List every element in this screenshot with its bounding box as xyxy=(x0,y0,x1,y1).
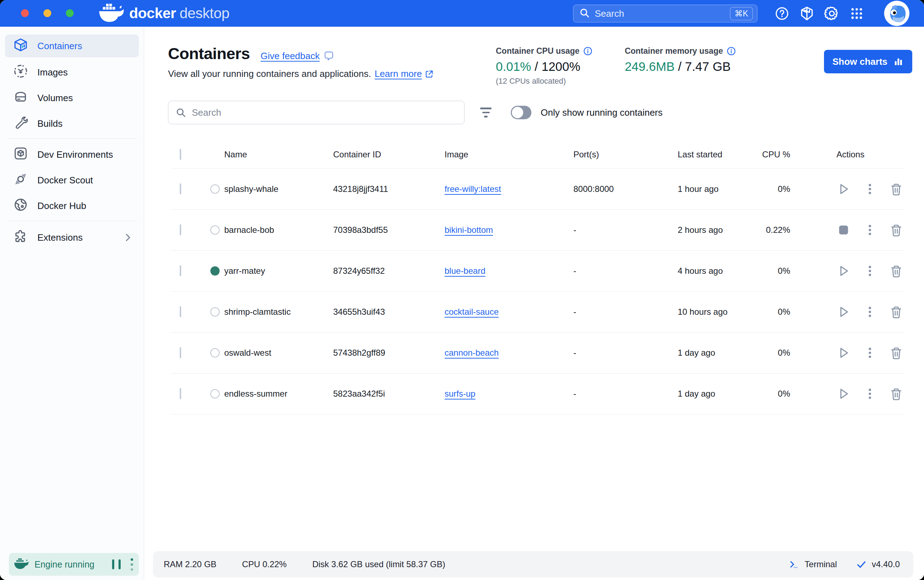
terminal-icon xyxy=(789,559,800,570)
container-name: barnacle-bob xyxy=(224,225,274,235)
image-link[interactable]: bikini-bottom xyxy=(445,225,493,235)
settings-gear-icon[interactable] xyxy=(819,6,844,21)
image-link[interactable]: free-willy:latest xyxy=(445,184,501,194)
delete-button[interactable] xyxy=(889,182,903,196)
image-link[interactable]: blue-beard xyxy=(445,266,485,275)
pause-icon[interactable] xyxy=(112,559,121,569)
row-checkbox[interactable] xyxy=(180,224,181,236)
column-header-name[interactable]: Name xyxy=(201,150,333,160)
kebab-menu-button[interactable] xyxy=(863,346,877,360)
column-header-last-started[interactable]: Last started xyxy=(678,150,760,160)
column-header-cpu[interactable]: CPU % xyxy=(760,150,790,160)
sidebar-item-extensions[interactable]: Extensions xyxy=(0,225,144,250)
cpu-percent: 0% xyxy=(760,184,790,194)
containers-search-input[interactable]: Search xyxy=(168,101,464,124)
global-search-placeholder: Search xyxy=(595,8,730,19)
table-row[interactable]: oswald-west57438h2gff89cannon-beach-1 da… xyxy=(171,333,904,374)
running-only-toggle[interactable] xyxy=(511,106,531,119)
terminal-button[interactable]: Terminal xyxy=(789,559,837,570)
cpu-percent: 0% xyxy=(760,348,790,358)
table-row[interactable]: shrimp-clamtastic34655h3uif43cocktail-sa… xyxy=(171,292,904,333)
learn-more-link[interactable]: Learn more xyxy=(375,68,434,79)
window-controls[interactable] xyxy=(21,9,74,17)
play-button[interactable] xyxy=(837,182,851,196)
kebab-menu-button[interactable] xyxy=(863,387,877,401)
container-ports: - xyxy=(574,266,678,276)
give-feedback-link[interactable]: Give feedback xyxy=(261,51,335,62)
last-started: 1 hour ago xyxy=(678,184,760,194)
kebab-menu-button[interactable] xyxy=(863,182,877,196)
table-row[interactable]: barnacle-bob70398a3bdf55bikini-bottom-2 … xyxy=(171,210,904,250)
kebab-icon[interactable] xyxy=(131,558,133,571)
cpu-status: CPU 0.22% xyxy=(242,559,286,569)
image-link[interactable]: cannon-beach xyxy=(445,348,499,358)
help-icon[interactable] xyxy=(769,6,794,21)
row-checkbox[interactable] xyxy=(180,265,181,276)
dev-environments-icon xyxy=(13,146,28,163)
image-link[interactable]: surfs-up xyxy=(445,389,475,399)
app-window: docker desktop Search ⌘K xyxy=(0,0,924,580)
sidebar-item-images[interactable]: Images xyxy=(0,59,144,85)
container-name: splashy-whale xyxy=(224,184,278,194)
sidebar-item-dev-environments[interactable]: Dev Environments xyxy=(0,142,144,167)
apps-grid-icon[interactable] xyxy=(844,7,869,21)
memory-usage-label: Container memory usage xyxy=(625,46,723,56)
delete-button[interactable] xyxy=(889,305,903,319)
table-row[interactable]: splashy-whale43218j8jjf3411free-willy:la… xyxy=(171,169,904,210)
last-started: 2 hours ago xyxy=(678,225,760,235)
sidebar-item-volumes[interactable]: Volumes xyxy=(0,85,144,111)
row-checkbox[interactable] xyxy=(180,347,181,358)
info-icon[interactable] xyxy=(583,46,593,56)
engine-status[interactable]: Engine running xyxy=(9,553,139,576)
status-dot-stopped xyxy=(210,185,220,194)
delete-button[interactable] xyxy=(889,264,903,278)
kebab-menu-button[interactable] xyxy=(863,305,877,319)
avatar[interactable] xyxy=(884,1,909,26)
row-checkbox[interactable] xyxy=(180,306,181,317)
delete-button[interactable] xyxy=(889,387,903,401)
logo-word-desktop: desktop xyxy=(179,5,229,22)
sidebar-item-builds[interactable]: Builds xyxy=(0,111,144,136)
column-header-image[interactable]: Image xyxy=(445,150,574,160)
show-charts-button[interactable]: Show charts xyxy=(824,50,912,73)
sidebar-item-containers[interactable]: Containers xyxy=(5,35,139,57)
kebab-menu-button[interactable] xyxy=(863,223,877,237)
whale-logo-icon xyxy=(99,3,124,24)
delete-button[interactable] xyxy=(889,346,903,360)
filter-icon[interactable] xyxy=(480,107,492,117)
docker-logo: docker desktop xyxy=(99,0,230,27)
info-icon[interactable] xyxy=(727,46,736,56)
version-indicator[interactable]: v4.40.0 xyxy=(856,559,900,570)
table-row[interactable]: yarr-matey87324y65ff32blue-beard-4 hours… xyxy=(171,250,904,292)
play-button[interactable] xyxy=(837,305,851,319)
container-name: yarr-matey xyxy=(224,266,265,276)
row-checkbox[interactable] xyxy=(180,388,181,399)
topbar-actions xyxy=(769,0,869,27)
close-button[interactable] xyxy=(21,9,29,17)
last-started: 1 day ago xyxy=(678,389,760,399)
status-dot-stopped xyxy=(210,348,220,358)
sidebar-item-docker-hub[interactable]: Docker Hub xyxy=(0,193,144,219)
cpu-usage-total: / 1200% xyxy=(534,59,580,73)
check-icon xyxy=(856,559,867,570)
image-link[interactable]: cocktail-sauce xyxy=(445,307,499,316)
play-button[interactable] xyxy=(837,264,851,278)
kebab-menu-button[interactable] xyxy=(863,264,877,278)
column-header-container-id[interactable]: Container ID xyxy=(333,150,445,160)
learning-center-icon[interactable] xyxy=(794,6,819,21)
zoom-button[interactable] xyxy=(66,9,74,17)
container-id: 87324y65ff32 xyxy=(333,266,445,276)
play-button[interactable] xyxy=(837,387,851,401)
play-button[interactable] xyxy=(837,346,851,360)
sidebar-item-docker-scout[interactable]: Docker Scout xyxy=(0,167,144,193)
table-row[interactable]: endless-summer5823aa342f5isurfs-up-1 day… xyxy=(171,374,904,414)
global-search-input[interactable]: Search ⌘K xyxy=(573,5,758,22)
sidebar-divider xyxy=(7,221,136,221)
container-name: oswald-west xyxy=(224,348,271,358)
column-header-ports[interactable]: Port(s) xyxy=(574,150,678,160)
delete-button[interactable] xyxy=(889,223,903,237)
stop-button[interactable] xyxy=(837,223,851,237)
minimize-button[interactable] xyxy=(43,9,51,17)
select-all-checkbox[interactable] xyxy=(180,149,181,160)
row-checkbox[interactable] xyxy=(180,183,181,194)
